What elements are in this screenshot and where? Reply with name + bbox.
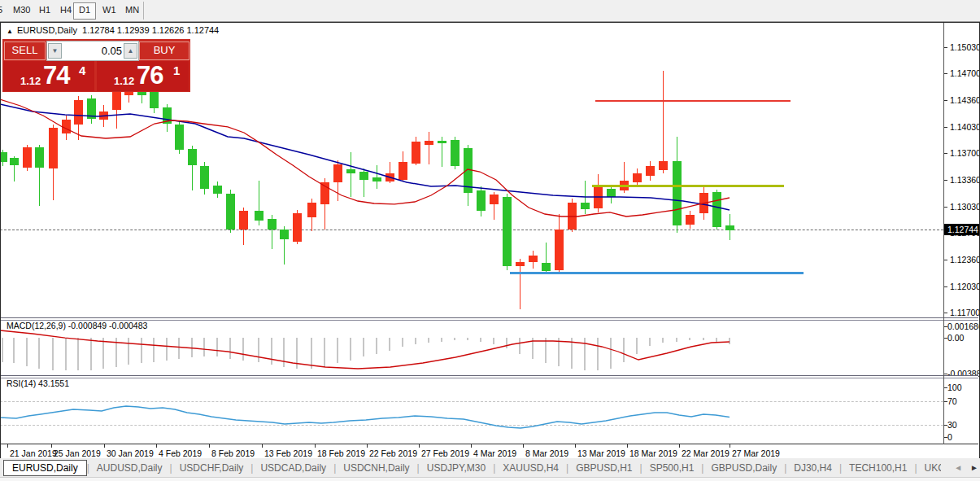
macd-histogram-bar	[506, 338, 507, 348]
price-tick-label: 1.15030	[950, 42, 980, 52]
timeframe-button-w1[interactable]: W1	[98, 2, 121, 18]
price-tick	[944, 313, 947, 313]
macd-histogram-bar	[402, 338, 403, 347]
macd-scale-tick	[944, 374, 947, 374]
time-tick-label: 4 Mar 2019	[473, 448, 516, 458]
rsi-scale-label: 70	[947, 396, 957, 406]
macd-histogram-bar	[203, 338, 205, 356]
sell-price-prefix: 1.12	[20, 75, 41, 87]
macd-histogram-bar	[623, 338, 625, 362]
time-tick-label: 27 Feb 2019	[421, 448, 469, 458]
candle	[49, 128, 58, 168]
timeframe-button-d1[interactable]: D1	[73, 2, 96, 20]
timeframe-button-m30[interactable]: M30	[8, 2, 35, 18]
time-tick-label: 4 Feb 2019	[159, 448, 202, 458]
candle	[99, 112, 108, 120]
candle	[385, 173, 394, 181]
rsi-scale-tick	[944, 401, 947, 402]
time-tick	[730, 444, 730, 448]
candle	[633, 173, 642, 182]
price-tick	[944, 47, 947, 48]
chart-tab-bar: EURUSD,Daily|AUDUSD,Daily|USDCHF,Daily|U…	[0, 458, 980, 478]
volume-input[interactable]	[63, 42, 124, 59]
timeframe-button-mn[interactable]: MN	[120, 2, 144, 18]
price-tick	[944, 207, 947, 208]
timeframe-button-clipped[interactable]: 5	[0, 2, 7, 18]
chart-tab-usdjpy-m30[interactable]: USDJPY,M30	[420, 461, 493, 475]
macd-histogram-bar	[716, 338, 717, 342]
chart-tab-tech100-h1[interactable]: TECH100,H1	[842, 461, 914, 475]
tab-scroll-right-icon[interactable]: ►	[970, 463, 978, 472]
buy-price-panel[interactable]: 1.12 76 1	[97, 61, 189, 91]
candle	[555, 230, 564, 270]
rsi-panel-separator[interactable]	[0, 375, 978, 378]
collapse-triangle-icon[interactable]: ▲	[7, 28, 13, 35]
timeframe-button-h1[interactable]: H1	[34, 2, 55, 18]
time-tick-label: 21 Jan 2019	[10, 448, 57, 458]
rsi-scale-label: 100	[947, 383, 962, 392]
candle	[542, 263, 551, 271]
rsi-level-70	[0, 401, 943, 402]
macd-scale-label: 0.001686	[947, 321, 980, 331]
chart-tab-usdcad-daily[interactable]: USDCAD,Daily	[253, 461, 333, 475]
hline-support-blue[interactable]	[510, 272, 804, 274]
macd-panel-separator[interactable]	[0, 317, 978, 321]
candle	[293, 213, 302, 242]
macd-histogram-bar	[166, 338, 168, 361]
macd-histogram-bar	[454, 338, 455, 340]
chart-tab-usdcnh-daily[interactable]: USDCNH,Daily	[336, 461, 416, 475]
candle	[725, 225, 734, 230]
tab-scroll-arrows: ◄►	[941, 460, 978, 475]
chart-tab-usdchf-daily[interactable]: USDCHF,Daily	[172, 461, 251, 475]
sell-button[interactable]: SELL	[4, 42, 46, 60]
candle	[150, 92, 159, 108]
candle	[112, 92, 121, 110]
hline-resistance-red[interactable]	[595, 100, 791, 102]
buy-button[interactable]: BUY	[139, 42, 189, 60]
macd-histogram-bar	[376, 338, 377, 354]
time-tick-label: 25 Jan 2019	[54, 448, 101, 458]
macd-histogram-bar	[153, 338, 155, 362]
price-tick-label: 1.14360	[950, 95, 980, 105]
chart-tab-eurusd-daily[interactable]: EURUSD,Daily	[3, 460, 87, 476]
candle	[62, 120, 71, 133]
price-tick	[944, 286, 947, 287]
macd-histogram-bar	[324, 338, 325, 367]
candle	[333, 164, 342, 182]
chart-tab-audusd-daily[interactable]: AUDUSD,Daily	[89, 461, 170, 475]
candle	[699, 193, 708, 213]
volume-increase-button[interactable]: ▲	[124, 43, 137, 59]
macd-histogram-bar	[191, 338, 193, 357]
candle	[255, 211, 264, 221]
macd-histogram-bar	[311, 338, 312, 369]
macd-histogram-bar	[703, 338, 704, 340]
chart-tab-dj30-h4[interactable]: DJ30,H4	[786, 461, 839, 475]
mt4-terminal: 5 M30H1H4D1W1MN ▲EURUSD,Daily 1.12784 1.…	[0, 0, 980, 481]
chart-tab-gbpusd-h1[interactable]: GBPUSD,H1	[568, 461, 639, 475]
time-tick-label: 30 Jan 2019	[107, 448, 154, 458]
time-tick-label: 8 Feb 2019	[211, 448, 255, 458]
macd-histogram-bar	[216, 338, 218, 356]
time-tick-label: 8 Mar 2019	[525, 448, 568, 458]
hline-level-olive[interactable]	[592, 185, 784, 187]
macd-histogram-bar	[558, 338, 560, 366]
candle	[226, 194, 235, 230]
volume-decrease-button[interactable]: ▼	[48, 43, 62, 59]
rsi-scale-tick	[944, 437, 947, 438]
macd-histogram-bar	[2, 338, 3, 362]
sell-price-superscript: 4	[79, 63, 85, 77]
candle	[477, 190, 486, 211]
chart-tab-gbpusd-daily[interactable]: GBPUSD,Daily	[703, 461, 784, 475]
macd-histogram-bar	[467, 338, 468, 340]
chart-tab-xauusd-h4[interactable]: XAUUSD,H4	[495, 461, 566, 475]
macd-histogram-bar	[597, 338, 599, 370]
chart-tab-sp500-h1[interactable]: SP500,H1	[642, 461, 702, 475]
macd-histogram-bar	[676, 338, 677, 342]
tab-scroll-left-icon[interactable]: ◄	[954, 463, 962, 472]
candle	[10, 158, 19, 165]
rsi-level-30	[0, 425, 943, 426]
macd-scale-tick	[944, 338, 947, 339]
time-tick	[523, 444, 524, 448]
sell-price-panel[interactable]: 1.12 74 4	[3, 61, 94, 91]
macd-histogram-bar	[283, 338, 285, 367]
